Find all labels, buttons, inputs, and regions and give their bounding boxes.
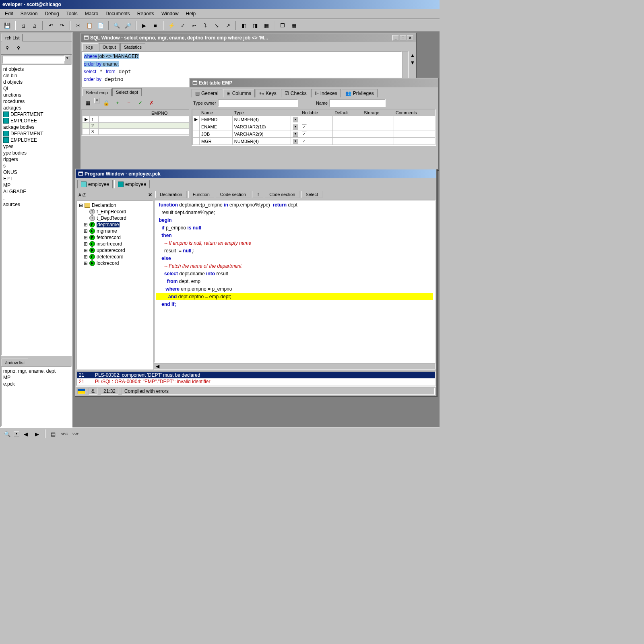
- ab-icon[interactable]: "AB": [71, 429, 80, 439]
- add-icon[interactable]: +: [113, 98, 122, 107]
- code-editor[interactable]: function deptname(p_empno in emp.empno%t…: [154, 200, 436, 363]
- del-icon[interactable]: −: [124, 98, 134, 107]
- sql-tab-output[interactable]: Output: [99, 43, 120, 51]
- tree-func[interactable]: ⊞Flockrecord: [78, 260, 151, 266]
- sql-tab-sql[interactable]: SQL: [82, 43, 98, 51]
- pkg-tab-spec[interactable]: employee: [77, 180, 113, 188]
- tree-item[interactable]: riggers: [2, 156, 71, 163]
- tree-item[interactable]: QL: [2, 85, 71, 92]
- search-dropdown-icon[interactable]: ▼: [64, 56, 70, 61]
- menu-macro[interactable]: Macro: [82, 10, 101, 17]
- nullable-checkbox[interactable]: ✓: [302, 139, 307, 144]
- save-icon[interactable]: 💾: [2, 21, 12, 30]
- tree-item-department2[interactable]: DEPARTMENT: [2, 130, 71, 137]
- tree-item[interactable]: ackages: [2, 105, 71, 111]
- tool3-icon[interactable]: ▦: [262, 21, 271, 30]
- tree-item[interactable]: .: [2, 195, 71, 201]
- tile-icon[interactable]: ▦: [289, 21, 299, 30]
- grid-tool-icon[interactable]: ▦: [83, 98, 93, 107]
- columns-grid[interactable]: Name Type Nullable Default Storage Comme…: [192, 109, 436, 146]
- sql-tab-statistics[interactable]: Statistics: [120, 43, 145, 51]
- dropdown-icon[interactable]: ▼: [14, 431, 19, 437]
- edit-tab-columns[interactable]: ⊞Columns: [223, 89, 255, 97]
- error-row[interactable]: 21PLS-00302: component 'DEPT' must be de…: [77, 372, 435, 378]
- tree-func[interactable]: ⊞Finsertrecord: [78, 241, 151, 247]
- stepover-icon[interactable]: ⤵: [200, 21, 210, 30]
- edit-tab-privileges[interactable]: 👥Privileges: [342, 89, 378, 97]
- tree-item-employee2[interactable]: EMPLOYEE: [2, 137, 71, 143]
- pkg-tab-body[interactable]: employee: [114, 180, 150, 188]
- dropdown-icon[interactable]: ▼: [94, 98, 100, 103]
- tree-item[interactable]: EPT: [2, 175, 71, 182]
- exec-icon[interactable]: ⚡: [167, 21, 176, 30]
- stepout-icon[interactable]: ↗: [223, 21, 233, 30]
- edit-tab-keys[interactable]: 🗝Keys: [256, 89, 280, 97]
- col-row[interactable]: JOBVARCHAR2(9)▾✓: [193, 130, 436, 138]
- colhdr-type[interactable]: Type: [232, 110, 291, 116]
- wlist-item[interactable]: MP: [2, 374, 71, 381]
- tree-declaration[interactable]: ⊟Declaration: [78, 202, 151, 208]
- filter-icon[interactable]: ⚲: [2, 43, 12, 53]
- colhdr-comments[interactable]: Comments: [394, 110, 435, 116]
- menu-window[interactable]: Window: [158, 10, 182, 17]
- abc-icon[interactable]: ABC: [60, 429, 69, 439]
- nav-down-icon[interactable]: ▼: [409, 59, 416, 66]
- scroll-left-icon[interactable]: ◀: [154, 363, 161, 369]
- colhdr-nullable[interactable]: Nullable: [300, 110, 333, 116]
- nullable-checkbox[interactable]: [302, 117, 307, 122]
- col-row[interactable]: MGRNUMBER(4)▾✓: [193, 138, 436, 145]
- paste-icon[interactable]: 📄: [96, 21, 105, 30]
- btn-declaration[interactable]: Declaration: [155, 191, 187, 198]
- tree-func[interactable]: ⊞Fupdaterecord: [78, 247, 151, 254]
- filter2-icon[interactable]: ⚲: [14, 43, 23, 53]
- commit-icon[interactable]: ✓: [178, 21, 188, 30]
- wlist-item[interactable]: e.pck: [2, 381, 71, 387]
- btn-if[interactable]: If: [252, 191, 263, 198]
- type-dropdown-icon[interactable]: ▾: [293, 117, 298, 122]
- tree-item-department[interactable]: DEPARTMENT: [2, 111, 71, 118]
- tree-item[interactable]: sources: [2, 201, 71, 208]
- cut-icon[interactable]: ✂: [73, 21, 83, 30]
- tree-func[interactable]: ⊞Fdeleterecord: [78, 254, 151, 260]
- tree-item-employee[interactable]: EMPLOYEE: [2, 118, 71, 124]
- find-icon[interactable]: 🔍: [112, 21, 122, 30]
- error-list[interactable]: 21PLS-00302: component 'DEPT' must be de…: [76, 371, 436, 386]
- nullable-checkbox[interactable]: ✓: [302, 124, 307, 129]
- sql-window-titlebar[interactable]: 🗔 SQL Window - select empno, mgr, ename,…: [81, 33, 416, 42]
- tree-item[interactable]: ypes: [2, 143, 71, 150]
- stepinto-icon[interactable]: ↘: [212, 21, 221, 30]
- print-icon[interactable]: 🖨: [19, 21, 28, 30]
- close-tree-icon[interactable]: ✕: [148, 192, 152, 198]
- code-outline-tree[interactable]: ⊟Declaration Tt_EmpRecord Tt_DeptRecord …: [76, 200, 153, 369]
- undo-icon[interactable]: ↶: [46, 21, 56, 30]
- tree-item[interactable]: ONUS: [2, 169, 71, 175]
- tool1-icon[interactable]: ◧: [239, 21, 249, 30]
- type-dropdown-icon[interactable]: ▾: [293, 138, 298, 144]
- edit-tab-checks[interactable]: ☑Checks: [281, 89, 310, 97]
- col-row[interactable]: ENAMEVARCHAR2(10)▾✓: [193, 123, 436, 130]
- menu-help[interactable]: Help: [183, 10, 199, 17]
- redo-icon[interactable]: ↷: [57, 21, 67, 30]
- menu-tools[interactable]: Tools: [63, 10, 81, 17]
- btn-codesection[interactable]: Code section: [216, 191, 250, 198]
- copy-icon[interactable]: 📋: [85, 21, 94, 30]
- nullable-checkbox[interactable]: ✓: [302, 132, 307, 136]
- tree-item[interactable]: ALGRADE: [2, 188, 71, 195]
- tree-item[interactable]: d objects: [2, 79, 71, 85]
- menu-edit[interactable]: Edit: [2, 10, 17, 17]
- col-row[interactable]: ▶EMPNONUMBER(4)▾: [193, 116, 436, 123]
- cascade-icon[interactable]: ❐: [278, 21, 287, 30]
- tree-item[interactable]: s: [2, 163, 71, 169]
- tree-func-deptname[interactable]: ⊞Fdeptname: [78, 221, 151, 228]
- tree-item[interactable]: ackage bodies: [2, 124, 71, 130]
- maximize-icon[interactable]: □: [400, 35, 406, 41]
- menu-debug[interactable]: Debug: [41, 10, 62, 17]
- menu-session[interactable]: Session: [17, 10, 41, 17]
- tree-item[interactable]: rocedures: [2, 98, 71, 105]
- tree-type[interactable]: Tt_EmpRecord: [78, 208, 151, 215]
- tree-item[interactable]: ype bodies: [2, 150, 71, 156]
- search-input[interactable]: [2, 56, 64, 64]
- menu-reports[interactable]: Reports: [134, 10, 157, 17]
- tree-func[interactable]: ⊞Ffetchrecord: [78, 234, 151, 241]
- type-dropdown-icon[interactable]: ▾: [293, 124, 298, 130]
